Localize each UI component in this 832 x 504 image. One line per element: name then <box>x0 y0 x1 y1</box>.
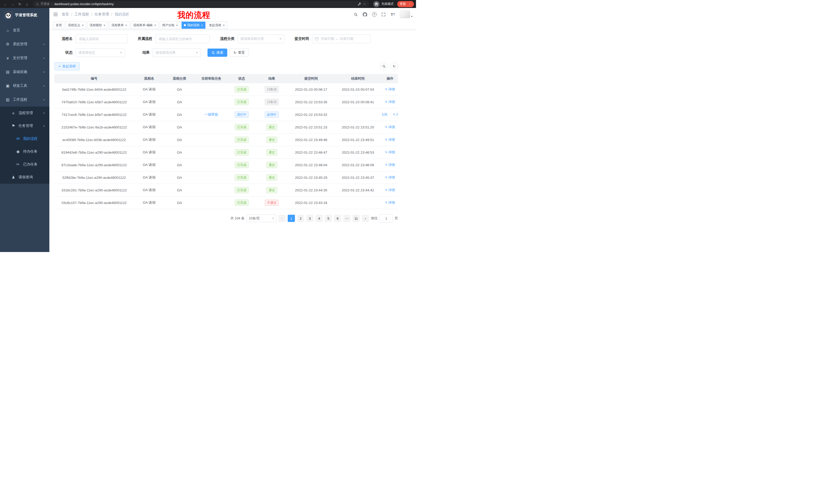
menu-label: 流程管理 <box>19 111 33 115</box>
detail-link[interactable]: ✎ 详情 <box>385 137 395 142</box>
message-icon: ✉ <box>16 136 21 141</box>
page-button[interactable]: 2 <box>297 215 304 222</box>
help-icon[interactable]: ? <box>370 10 378 18</box>
update-button[interactable]: 更新 ⋮ <box>397 1 414 7</box>
detail-link[interactable]: ✎ 详情 <box>393 112 398 117</box>
sidebar-item-done-tasks[interactable]: ✂ 已办任务 <box>0 158 49 171</box>
tab-close-icon[interactable]: × <box>154 24 156 27</box>
row-actions: ⊘ 取消 ✎ 详情 <box>382 112 398 117</box>
search-icon <box>212 51 215 54</box>
browser-menu-icon[interactable]: ⋮ <box>408 2 411 6</box>
flag-icon: ⚑ <box>11 123 16 128</box>
cancel-link[interactable]: ⊘ 取消 <box>382 112 387 117</box>
sidebar-item-leave-query[interactable]: ♟ 请假查询 <box>0 171 49 184</box>
detail-link[interactable]: ✎ 详情 <box>385 100 395 104</box>
page-button[interactable]: 6 <box>334 215 341 222</box>
font-size-icon[interactable]: TT <box>389 10 397 18</box>
view-tab[interactable]: 流程模型 × <box>87 22 108 29</box>
browser-reload-button[interactable]: ↻ <box>17 1 23 7</box>
sidebar-item-process-management[interactable]: ≡ 流程管理 ∨ <box>0 107 49 119</box>
detail-link[interactable]: ✎ 详情 <box>385 125 395 130</box>
page-button[interactable]: ⋯ <box>343 215 350 222</box>
user-avatar[interactable]: ▾ <box>400 10 412 18</box>
result-select[interactable]: 请选择流结果 <box>153 48 201 57</box>
detail-link[interactable]: ✎ 详情 <box>385 175 395 180</box>
page-button[interactable]: 3 <box>306 215 313 222</box>
view-tab[interactable]: 首页 <box>53 22 64 29</box>
process-name-input[interactable] <box>76 34 128 43</box>
sidebar-item-todo-tasks[interactable]: ◉ 待办任务 <box>0 145 49 158</box>
breadcrumb-label: 我的流程 <box>115 12 129 17</box>
page-button[interactable]: 5 <box>325 215 332 222</box>
home-icon: ⌂ <box>5 28 10 33</box>
table-row: 7317cec6-7b9b-11ec-b5b7-acde48001122 OA … <box>54 108 398 121</box>
tab-label: 首页 <box>56 23 62 27</box>
table-body: 3ad174fb-7b9d-11ec-8404-acde48001122 OA … <box>54 83 398 209</box>
tab-close-icon[interactable]: × <box>82 24 84 27</box>
toggle-search-button[interactable] <box>380 62 388 70</box>
sidebar-item-task-management[interactable]: ⚑ 任务管理 ∧ <box>0 119 49 132</box>
view-tab[interactable]: 流程表单 × <box>109 22 130 29</box>
category-select[interactable]: 请选择流程分类 <box>238 34 284 43</box>
bookmark-star-icon[interactable]: ☆ <box>363 2 366 6</box>
page-size-select[interactable]: 10条/页 <box>246 215 277 222</box>
page-button[interactable]: 11 <box>353 215 360 222</box>
detail-link[interactable]: ✎ 详情 <box>385 188 395 192</box>
breadcrumb-item[interactable]: 首页 / <box>62 12 72 17</box>
page-button[interactable]: 4 <box>315 215 323 222</box>
search-icon[interactable] <box>352 10 360 18</box>
process-name-field[interactable] <box>78 37 125 41</box>
status-tag: 已完成 <box>235 137 249 143</box>
detail-link[interactable]: ✎ 详情 <box>385 87 395 92</box>
detail-link[interactable]: ✎ 详情 <box>385 163 395 167</box>
annotation-overlay-text: 我的流程 <box>177 10 210 21</box>
tab-close-icon[interactable]: × <box>201 24 203 27</box>
browser-back-button[interactable]: ← <box>2 1 9 7</box>
sidebar-item-payment[interactable]: ¥ 支付管理 ∨ <box>0 51 49 65</box>
github-icon[interactable] <box>361 10 369 18</box>
breadcrumb-item[interactable]: 工作流程 / <box>75 12 92 17</box>
address-bar[interactable]: ⚠ 不安全 | dashboard.yudao.iocoder.cn/bpm/t… <box>33 1 369 7</box>
status-select[interactable]: 请选择状态 <box>76 48 125 57</box>
submit-time-range-picker[interactable]: 开始日期 - 结束日期 <box>312 34 370 43</box>
status-tag: 已完成 <box>235 99 249 105</box>
browser-forward-button[interactable]: → <box>9 1 16 7</box>
next-page-button[interactable]: › <box>362 215 369 222</box>
row-actions: ✎ 详情 <box>382 125 398 130</box>
tab-close-icon[interactable]: × <box>125 24 127 27</box>
sidebar-item-infrastructure[interactable]: ▤ 基础设施 ∨ <box>0 65 49 79</box>
sidebar-item-home[interactable]: ⌂ 首页 <box>0 23 49 37</box>
view-tab[interactable]: 我的流程 × <box>182 22 205 29</box>
page-button[interactable]: 1 <box>288 215 295 222</box>
password-key-icon[interactable] <box>358 2 361 6</box>
sidebar-item-dev-tools[interactable]: ▣ 研发工具 ∨ <box>0 79 49 93</box>
tab-close-icon[interactable]: × <box>176 24 178 27</box>
detail-link[interactable]: ✎ 详情 <box>385 150 395 155</box>
process-key-input[interactable] <box>155 34 210 43</box>
tab-close-icon[interactable]: × <box>223 24 225 27</box>
create-process-button[interactable]: + 发起流程 <box>54 62 80 71</box>
breadcrumb-item[interactable]: 任务管理 / <box>95 12 112 17</box>
view-tab[interactable]: 用户分组 × <box>160 22 180 29</box>
detail-link[interactable]: ✎ 详情 <box>385 200 395 205</box>
process-key-field[interactable] <box>158 37 207 41</box>
view-tab[interactable]: 发起流程 × <box>207 22 227 29</box>
view-tab[interactable]: 流程表单-编辑 × <box>131 22 159 29</box>
search-button[interactable]: 搜索 <box>207 49 227 57</box>
plus-icon: + <box>59 64 61 68</box>
prev-page-button[interactable]: ‹ <box>279 215 286 222</box>
refresh-table-button[interactable]: ↻ <box>390 62 398 70</box>
sidebar-item-system[interactable]: ⚙ 系统管理 ∨ <box>0 37 49 51</box>
fullscreen-icon[interactable] <box>380 10 387 18</box>
reset-button[interactable]: ↻ 重置 <box>229 49 249 57</box>
view-tab[interactable]: 流程定义 × <box>66 22 86 29</box>
breadcrumb-item[interactable]: 我的流程 / <box>115 12 129 17</box>
sidebar-item-workflow[interactable]: ▥ 工作流程 ∧ <box>0 93 49 107</box>
current-task-link[interactable]: 一级审批 <box>204 112 218 117</box>
goto-page-input[interactable] <box>380 214 393 222</box>
address-divider: | <box>52 2 52 6</box>
sidebar-item-my-process[interactable]: ✉ 我的流程 <box>0 132 49 145</box>
tab-close-icon[interactable]: × <box>104 24 106 27</box>
browser-home-button[interactable]: ⌂ <box>24 1 30 7</box>
sidebar-collapse-button[interactable] <box>49 8 62 21</box>
